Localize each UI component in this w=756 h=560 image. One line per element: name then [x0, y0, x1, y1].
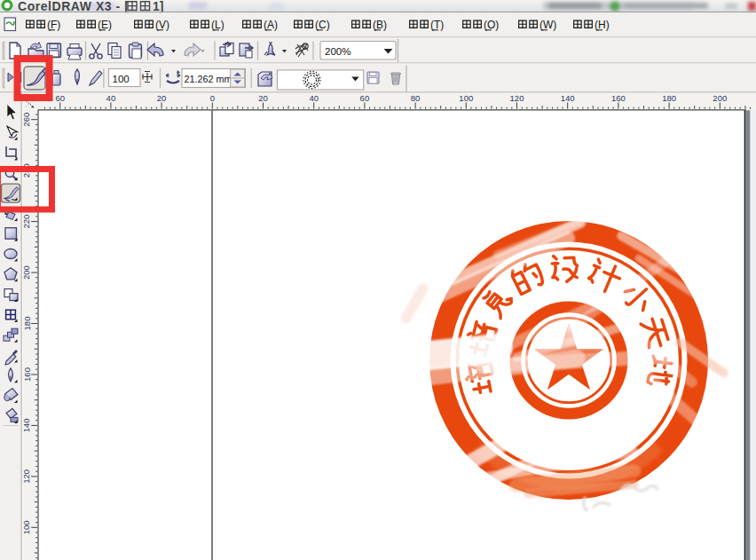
svg-text:200%: 200% — [325, 46, 350, 57]
svg-text:(E): (E) — [98, 19, 112, 31]
svg-text:1]: 1] — [153, 0, 163, 13]
svg-text:(B): (B) — [373, 19, 387, 31]
svg-text:140: 140 — [22, 418, 32, 432]
svg-text:(C): (C) — [315, 19, 330, 31]
svg-text:120: 120 — [510, 93, 524, 103]
svg-text:20: 20 — [258, 93, 268, 103]
svg-text:200: 200 — [22, 265, 32, 280]
svg-text:20: 20 — [157, 93, 167, 103]
svg-text:100: 100 — [113, 74, 130, 84]
svg-text:40: 40 — [309, 93, 319, 103]
svg-text:(V): (V) — [155, 19, 169, 31]
svg-text:CorelDRAW X3 - [: CorelDRAW X3 - [ — [18, 0, 129, 13]
svg-text:160: 160 — [611, 93, 626, 103]
svg-text:80: 80 — [411, 93, 421, 103]
svg-text:(H): (H) — [595, 19, 610, 31]
svg-text:(F): (F) — [47, 19, 60, 31]
svg-text:(L): (L) — [211, 19, 224, 31]
svg-text:21.262 mm: 21.262 mm — [185, 74, 232, 84]
svg-text:100: 100 — [459, 93, 473, 103]
svg-text:100: 100 — [22, 520, 32, 534]
svg-text:(T): (T) — [430, 19, 444, 31]
svg-text:(A): (A) — [264, 19, 278, 31]
svg-text:160: 160 — [22, 367, 32, 382]
svg-text:40: 40 — [106, 93, 116, 103]
svg-text:180: 180 — [662, 93, 676, 103]
svg-text:0: 0 — [210, 93, 215, 103]
svg-text:200: 200 — [713, 93, 727, 103]
svg-text:60: 60 — [360, 93, 370, 103]
svg-text:260: 260 — [22, 113, 32, 127]
svg-text:(O): (O) — [484, 19, 499, 31]
svg-text:220: 220 — [22, 215, 32, 229]
svg-text:60: 60 — [55, 93, 65, 103]
svg-text:(W): (W) — [539, 19, 556, 31]
svg-text:180: 180 — [22, 317, 32, 331]
svg-text:140: 140 — [561, 93, 575, 103]
svg-text:120: 120 — [22, 469, 32, 484]
